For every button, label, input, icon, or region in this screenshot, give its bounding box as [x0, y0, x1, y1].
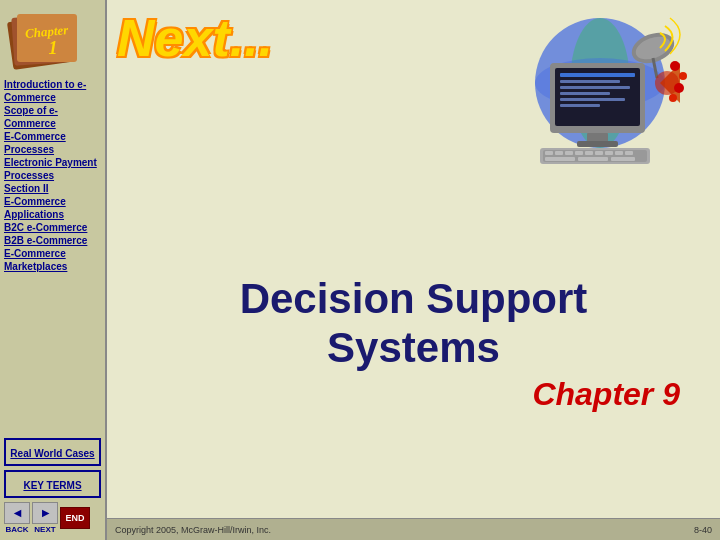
svg-rect-22: [565, 151, 573, 155]
chapter-number-label: Chapter 9: [532, 376, 680, 413]
next-arrow-icon: ▶: [42, 508, 49, 518]
end-button[interactable]: END: [60, 507, 90, 529]
svg-rect-14: [560, 98, 625, 101]
svg-rect-27: [615, 151, 623, 155]
next-button[interactable]: ▶: [32, 502, 58, 524]
svg-rect-11: [560, 80, 620, 83]
svg-rect-12: [560, 86, 630, 89]
svg-rect-15: [560, 104, 600, 107]
nav-buttons-row: ◀ BACK ▶ NEXT END: [4, 502, 101, 534]
svg-rect-28: [625, 151, 633, 155]
svg-rect-24: [585, 151, 593, 155]
real-world-cases-box[interactable]: Real World Cases: [4, 438, 101, 466]
back-button[interactable]: ◀: [4, 502, 30, 524]
svg-text:1: 1: [49, 38, 58, 58]
nav-link-intro[interactable]: Introduction to e-Commerce: [4, 78, 101, 104]
nav-link-b2c[interactable]: B2C e-Commerce: [4, 221, 101, 234]
copyright-text: Copyright 2005, McGraw-Hill/Irwin, Inc.: [115, 525, 271, 535]
page-number: 8-40: [694, 525, 712, 535]
chapter-graphic: Chapter 1: [5, 6, 93, 70]
nav-link-applications[interactable]: E-Commerce Applications: [4, 195, 101, 221]
svg-rect-17: [577, 141, 618, 147]
next-label: NEXT: [34, 525, 55, 534]
title-line2: Systems: [327, 324, 500, 371]
svg-rect-26: [605, 151, 613, 155]
computer-illustration: [500, 5, 700, 175]
svg-rect-25: [595, 151, 603, 155]
key-terms-label[interactable]: KEY TERMS: [23, 480, 81, 491]
svg-rect-30: [578, 157, 608, 161]
svg-point-40: [669, 94, 677, 102]
sidebar: Chapter 1 Introduction to e-Commerce Sco…: [0, 0, 105, 540]
svg-point-39: [674, 83, 684, 93]
nav-link-section2[interactable]: Section II: [4, 182, 101, 195]
next-text-heading: Next...: [117, 8, 273, 68]
nav-link-scope[interactable]: Scope of e-Commerce: [4, 104, 101, 130]
nav-link-marketplaces[interactable]: E-Commerce Marketplaces: [4, 247, 101, 273]
svg-rect-20: [545, 151, 553, 155]
nav-link-b2b[interactable]: B2B e-Commerce: [4, 234, 101, 247]
nav-link-payment[interactable]: Electronic Payment Processes: [4, 156, 101, 182]
nav-link-ec-processes[interactable]: E-Commerce Processes: [4, 130, 101, 156]
real-world-cases-label[interactable]: Real World Cases: [10, 448, 94, 459]
top-area: Next...: [107, 0, 720, 180]
main-content: Next...: [105, 0, 720, 540]
svg-point-38: [679, 72, 687, 80]
svg-rect-13: [560, 92, 610, 95]
title-line1: Decision Support: [240, 275, 588, 322]
svg-rect-23: [575, 151, 583, 155]
center-text-area: Decision Support Systems Chapter 9: [107, 180, 720, 518]
nav-links: Introduction to e-Commerce Scope of e-Co…: [4, 78, 101, 432]
svg-rect-21: [555, 151, 563, 155]
key-terms-box[interactable]: KEY TERMS: [4, 470, 101, 498]
back-arrow-icon: ◀: [14, 508, 21, 518]
back-label: BACK: [5, 525, 28, 534]
footer: Copyright 2005, McGraw-Hill/Irwin, Inc. …: [107, 518, 720, 540]
end-label-text: END: [65, 513, 84, 523]
svg-rect-31: [611, 157, 635, 161]
chapter-badge-area: Chapter 1: [4, 4, 94, 72]
svg-point-37: [670, 61, 680, 71]
svg-rect-10: [560, 73, 635, 77]
svg-rect-29: [545, 157, 575, 161]
main-title: Decision Support Systems: [240, 275, 588, 372]
computer-svg: [505, 8, 695, 173]
